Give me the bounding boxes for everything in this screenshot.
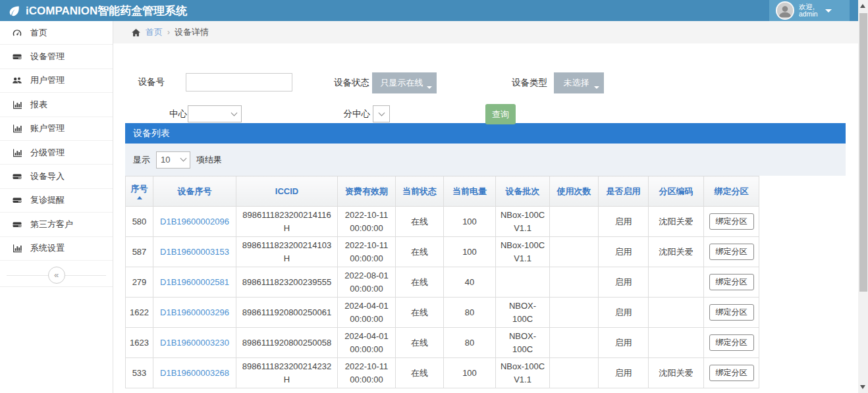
bind-partition-button[interactable]: 绑定分区 <box>709 274 754 290</box>
cell-status: 在线 <box>396 237 444 267</box>
cell-battery: 100 <box>444 237 496 267</box>
cell-status: 在线 <box>396 267 444 298</box>
sidebar-item-label: 账户管理 <box>30 122 65 134</box>
cell-seq: 587 <box>126 237 153 267</box>
vertical-scrollbar[interactable] <box>858 0 868 393</box>
device-no-input[interactable] <box>186 73 292 92</box>
sidebar-item-device-import[interactable]: 设备导入 <box>0 165 113 188</box>
device-serial-link[interactable]: D1B19600002581 <box>160 277 229 287</box>
breadcrumb-current: 设备详情 <box>175 26 209 38</box>
username: admin <box>799 10 818 18</box>
col-seq[interactable]: 序号 <box>126 176 153 207</box>
cell-seq: 1623 <box>126 328 153 358</box>
cell-usage <box>550 207 599 237</box>
table-row: 587 D1B19600003153 8986111823200214103H … <box>126 237 759 267</box>
cell-expiry: 2024-04-01 00:00:00 <box>338 328 396 358</box>
cell-enabled: 启用 <box>599 298 649 328</box>
col-status[interactable]: 当前状态 <box>396 176 444 207</box>
col-expiry[interactable]: 资费有效期 <box>338 176 396 207</box>
sidebar-item-home[interactable]: 首页 <box>0 21 113 45</box>
col-serial[interactable]: 设备序号 <box>153 176 236 207</box>
main-content: 首页 › 设备详情 设备号 设备状态 只显示在线 设备类型 未选择 中心 分中心… <box>113 21 868 393</box>
device-serial-link[interactable]: D1B19600003296 <box>160 307 229 317</box>
cell-iccid: 8986111823200239555 <box>236 267 338 298</box>
cell-batch: NBOX-100C <box>496 298 550 328</box>
bind-partition-button[interactable]: 绑定分区 <box>709 334 754 351</box>
search-button[interactable]: 查询 <box>485 104 516 124</box>
scroll-up-icon[interactable] <box>860 4 865 8</box>
cell-iccid: 8986111823200214103H <box>236 237 338 267</box>
filter-form: 设备号 设备状态 只显示在线 设备类型 未选择 中心 分中心 查询 <box>113 43 868 123</box>
chevron-down-icon <box>427 86 432 89</box>
col-iccid[interactable]: ICCID <box>236 176 338 207</box>
sidebar-item-system-settings[interactable]: 系统设置 <box>0 237 113 261</box>
user-menu[interactable]: 欢迎, admin <box>769 0 850 21</box>
cell-partition <box>649 267 704 298</box>
device-serial-link[interactable]: D1B19600003230 <box>160 338 229 348</box>
device-table-body: 580 D1B19600002096 8986111823200214116H … <box>126 207 759 388</box>
scrollbar-thumb[interactable] <box>859 13 867 292</box>
sidebar-collapse-row: « <box>0 265 113 287</box>
col-batch[interactable]: 设备批次 <box>496 176 550 207</box>
cell-partition: 沈阳关爱 <box>649 207 704 237</box>
col-partition[interactable]: 分区编码 <box>649 176 704 207</box>
sidebar-item-third-party[interactable]: 第三方客户 <box>0 213 113 236</box>
cell-batch: NBOX-100C <box>496 328 550 358</box>
col-enabled[interactable]: 是否启用 <box>599 176 649 207</box>
table-row: 580 D1B19600002096 8986111823200214116H … <box>126 207 759 237</box>
device-serial-link[interactable]: D1B19600002096 <box>160 217 229 226</box>
col-bind[interactable]: 绑定分区 <box>704 176 759 207</box>
sidebar-item-label: 系统设置 <box>30 242 65 254</box>
cell-batch: NBox-100C V1.1 <box>496 237 550 267</box>
cell-bind: 绑定分区 <box>704 358 759 388</box>
sidebar-item-account-mgmt[interactable]: 账户管理 <box>0 117 113 141</box>
hdd-icon <box>11 195 23 205</box>
table-row: 533 D1B19600003268 8986111823200214232H … <box>126 358 759 388</box>
cell-status: 在线 <box>396 207 444 237</box>
table-header-row: 序号 设备序号 ICCID 资费有效期 当前状态 当前电量 设备批次 使用次数 … <box>126 176 759 207</box>
subcenter-select[interactable] <box>373 105 390 122</box>
bind-partition-button[interactable]: 绑定分区 <box>709 213 754 230</box>
page-size-select[interactable]: 10 <box>156 151 190 169</box>
sidebar-item-label: 报表 <box>30 99 47 111</box>
cell-bind: 绑定分区 <box>704 237 759 267</box>
sidebar-item-device-mgmt[interactable]: 设备管理 <box>0 45 113 68</box>
cell-usage <box>550 328 599 358</box>
subcenter-label: 分中心 <box>340 105 370 123</box>
sidebar-item-reports[interactable]: 报表 <box>0 93 113 117</box>
chevron-down-icon <box>825 9 832 13</box>
cell-batch <box>496 267 550 298</box>
sidebar-item-level-mgmt[interactable]: 分级管理 <box>0 141 113 165</box>
cell-usage <box>550 358 599 388</box>
page-size-value: 10 <box>161 155 170 165</box>
device-serial-link[interactable]: D1B19600003268 <box>160 368 229 378</box>
cell-battery: 40 <box>444 267 496 298</box>
bind-partition-button[interactable]: 绑定分区 <box>709 304 754 321</box>
col-battery[interactable]: 当前电量 <box>444 176 496 207</box>
sidebar-item-label: 分级管理 <box>30 147 65 159</box>
col-usage[interactable]: 使用次数 <box>550 176 599 207</box>
device-status-dropdown[interactable]: 只显示在线 <box>372 72 437 93</box>
cell-battery: 100 <box>444 358 496 388</box>
center-select[interactable] <box>188 105 242 122</box>
bind-partition-button[interactable]: 绑定分区 <box>709 244 754 260</box>
panel-title: 设备列表 <box>125 123 846 144</box>
cell-usage <box>550 267 599 298</box>
bind-partition-button[interactable]: 绑定分区 <box>709 365 754 381</box>
sidebar-item-user-mgmt[interactable]: 用户管理 <box>0 69 113 93</box>
sidebar-collapse-button[interactable]: « <box>48 267 65 284</box>
home-icon <box>131 28 141 38</box>
cell-batch: NBox-100C V1.1 <box>496 358 550 388</box>
chevron-down-icon <box>594 86 599 89</box>
device-serial-link[interactable]: D1B19600003153 <box>160 247 229 257</box>
cell-iccid: 8986111823200214232H <box>236 358 338 388</box>
cell-serial: D1B19600003268 <box>153 358 236 388</box>
device-type-dropdown[interactable]: 未选择 <box>554 72 604 93</box>
scroll-down-icon[interactable] <box>860 385 865 389</box>
table-row: 1622 D1B19600003296 8986111920800250061 … <box>126 298 759 328</box>
breadcrumb-home-link[interactable]: 首页 <box>146 26 163 38</box>
sidebar-item-revisit-reminder[interactable]: 复诊提醒 <box>0 189 113 213</box>
cell-seq: 1622 <box>126 298 153 328</box>
users-icon <box>11 75 23 86</box>
cell-partition: 沈阳关爱 <box>649 237 704 267</box>
